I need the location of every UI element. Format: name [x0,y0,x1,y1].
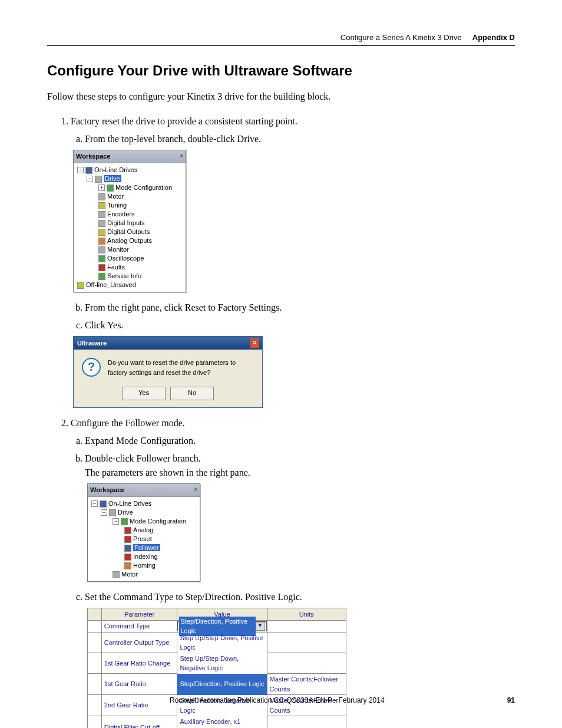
folder-icon [100,500,107,508]
din-icon [98,220,105,227]
confirm-dialog: Ultraware × ? Do you want to reset the d… [73,336,263,409]
tree-item-mode[interactable]: Mode Configuration [115,184,172,191]
page-number: 91 [507,696,515,704]
tree-item-service[interactable]: Service Info [107,272,141,279]
step-2b-note: The parameters are shown in the right pa… [85,467,250,477]
tree-1[interactable]: −On-Line Drives −Drive +Mode Configurati… [74,163,186,292]
page-footer: Rockwell Automation Publication CC-QS033… [47,696,515,704]
tree-item-drive[interactable]: Drive [118,509,133,516]
table-row: + Digital Filter Cut-off Frequenc Auxili… [88,716,346,727]
step-2c: Set the Command Type to Step/Direction. … [85,590,515,729]
indexing-icon [124,554,131,561]
workspace-panel-1: Workspace × −On-Line Drives −Drive +Mode… [73,150,186,292]
dialog-title: Ultraware [77,338,107,348]
panel-title: Workspace [90,485,125,495]
tree-item-encoders[interactable]: Encoders [107,210,134,218]
motor-icon [98,193,105,200]
yes-button[interactable]: Yes [122,387,166,400]
step-1a: From the top-level branch, double-click … [85,132,515,146]
no-button[interactable]: No [170,387,214,400]
col-parameter: Parameter [101,608,177,621]
step-2a: Expand Mode Configuration. [85,434,515,448]
header-section: Configure a Series A Kinetix 3 Drive [340,33,462,42]
follower-icon [124,545,131,552]
aout-icon [98,238,105,245]
scope-icon [98,255,105,262]
header-appendix: Appendix D [472,33,515,42]
step-1b: From the right pane, click Reset to Fact… [85,301,515,315]
preset-icon [124,536,131,543]
tree-item-preset[interactable]: Preset [133,535,152,542]
table-row: 1st Gear Ratio Change Step Up/Step Down,… [88,653,346,674]
analog-icon [124,527,131,534]
tree-item-follower[interactable]: Follower [133,544,160,551]
table-row: 1st Gear Ratio Step/Direction, Positive … [88,674,346,695]
step-2: Configure the Follower mode. Expand Mode… [71,416,515,728]
drive-icon [109,509,116,516]
dout-icon [98,229,105,236]
fault-icon [98,264,105,271]
question-icon: ? [82,358,101,377]
tree-item-dout[interactable]: Digital Outputs [107,228,150,235]
homing-icon [124,562,131,569]
drive-icon [95,176,102,183]
tuning-icon [98,202,105,209]
dialog-message: Do you want to reset the drive parameter… [108,358,254,377]
tree-item-motor[interactable]: Motor [107,193,124,200]
service-icon [98,273,105,280]
offline-icon [77,282,84,289]
header-rule [47,45,515,46]
page-title: Configure Your Drive with Ultraware Soft… [47,62,515,79]
close-icon[interactable]: × [180,151,183,162]
tree-2[interactable]: −On-Line Drives −Drive −Mode Configurati… [88,497,200,581]
tree-item-faults[interactable]: Faults [107,263,125,271]
workspace-panel-2: Workspace × −On-Line Drives −Drive −Mode… [87,483,200,582]
step-1: Factory reset the drive to provide a con… [71,114,515,408]
encoder-icon [98,211,105,218]
publication-id: Rockwell Automation Publication CC-QS033… [47,696,507,704]
step-1c: Click Yes. [85,318,515,332]
tree-item-offline[interactable]: Off-line_Unsaved [86,281,136,288]
tree-item-monitor[interactable]: Monitor [107,246,129,253]
table-row: Command Type Step/Direction, Positive Lo… [88,621,346,633]
running-header: Configure a Series A Kinetix 3 Drive App… [47,33,515,42]
folder-icon [85,167,92,174]
tree-item-din[interactable]: Digital Inputs [107,219,145,226]
tree-item-aout[interactable]: Analog Outputs [107,237,152,244]
tree-item-drive[interactable]: Drive [104,175,121,182]
step-2b: Double-click Follower branch. The parame… [85,452,515,582]
tree-item-mode[interactable]: Mode Configuration [130,518,186,525]
parameter-table: Parameter Value Units Command Type Step/… [87,608,346,729]
intro-text: Follow these steps to configure your Kin… [47,90,515,104]
mode-icon [107,185,114,192]
close-icon[interactable]: × [250,338,259,348]
close-icon[interactable]: × [194,485,197,495]
tree-item-motor[interactable]: Motor [121,571,138,578]
panel-title: Workspace [76,151,111,162]
tree-item-scope[interactable]: Oscilloscope [107,255,144,262]
command-type-dropdown[interactable]: Step/Direction, Positive Logic ▼ [177,621,266,631]
col-units: Units [267,608,346,621]
mode-icon [121,518,128,525]
table-row: Controller Output Type Step Up/Step Down… [88,632,346,653]
tree-item-indexing[interactable]: Indexing [133,553,158,560]
tree-item-tuning[interactable]: Tuning [107,202,127,209]
monitor-icon [98,246,105,253]
motor-icon [113,571,120,578]
dropdown-option-selected[interactable]: Step/Direction, Positive Logic [177,674,267,695]
tree-item-analog[interactable]: Analog [133,526,153,533]
chevron-down-icon[interactable]: ▼ [256,622,265,631]
tree-item-homing[interactable]: Homing [133,562,156,569]
